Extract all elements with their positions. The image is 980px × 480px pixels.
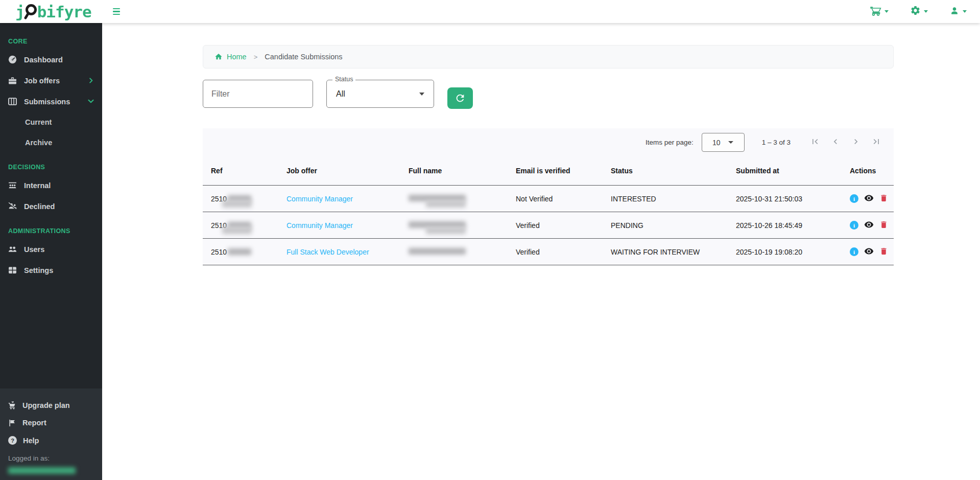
cart-menu[interactable] <box>870 5 889 18</box>
info-button[interactable]: i <box>850 221 858 230</box>
sidebar-footer: Upgrade plan Report ? Help Logged in as: <box>0 388 102 480</box>
email-verified-value: Verified <box>516 248 611 256</box>
help-button[interactable]: ? Help <box>8 431 94 449</box>
cart-plus-icon <box>8 401 16 409</box>
users-slash-icon <box>8 202 17 211</box>
actions-cell: i <box>850 220 888 231</box>
sidebar-item-label: Dashboard <box>24 56 63 64</box>
status-select-label: Status <box>332 76 355 83</box>
table-cells-icon <box>8 266 17 275</box>
people-line-icon <box>8 181 17 190</box>
full-name-cell <box>409 221 516 230</box>
delete-button[interactable] <box>879 247 888 257</box>
full-name-redacted <box>409 248 466 255</box>
breadcrumb-home-link[interactable]: Home <box>214 53 247 61</box>
upgrade-plan-button[interactable]: Upgrade plan <box>8 397 94 414</box>
settings-caret-icon <box>924 10 928 13</box>
breadcrumb: Home > Candidate Submissions <box>203 45 894 68</box>
section-title-administrations: ADMINISTRATIONS <box>0 223 102 239</box>
job-offer-link[interactable]: Full Stack Web Developer <box>286 248 409 256</box>
ref-secondary-redacted <box>222 200 252 208</box>
full-name-secondary-redacted <box>426 200 466 208</box>
delete-button[interactable] <box>879 220 888 231</box>
columns-icon <box>8 97 17 106</box>
dashboard-icon <box>8 55 17 64</box>
column-header-ref: Ref <box>211 167 286 175</box>
breadcrumb-home-label: Home <box>227 53 247 61</box>
ref-cell: 2510 <box>211 195 286 203</box>
view-button[interactable] <box>864 193 874 204</box>
page-size-select[interactable]: 10 <box>702 133 745 152</box>
full-name-cell <box>409 248 516 256</box>
previous-page-button[interactable] <box>830 136 841 148</box>
column-header-full-name: Full name <box>409 167 516 175</box>
sidebar-item-archive[interactable]: Archive <box>0 132 102 153</box>
eye-icon <box>864 193 874 203</box>
report-button[interactable]: Report <box>8 414 94 431</box>
logged-in-as-label: Logged in as: <box>8 454 94 462</box>
actions-cell: i <box>850 246 888 258</box>
sidebar-item-settings[interactable]: Settings <box>0 260 102 281</box>
status-select-value: All <box>336 89 345 99</box>
cart-caret-icon <box>885 10 889 13</box>
breadcrumb-current-page: Candidate Submissions <box>265 53 342 61</box>
footer-item-label: Help <box>23 437 39 445</box>
refresh-button[interactable] <box>447 87 473 109</box>
settings-menu[interactable] <box>910 5 928 18</box>
submissions-table-card: Items per page: 10 1 – 3 of 3 Ref Job of… <box>203 128 894 265</box>
sidebar-item-current[interactable]: Current <box>0 112 102 132</box>
account-menu[interactable] <box>949 6 967 18</box>
last-page-button[interactable] <box>871 136 881 148</box>
briefcase-icon <box>8 76 17 85</box>
sidebar-item-users[interactable]: Users <box>0 239 102 260</box>
info-button[interactable]: i <box>850 247 858 256</box>
section-title-decisions: DECISIONS <box>0 159 102 175</box>
job-offer-link[interactable]: Community Manager <box>286 195 409 203</box>
view-button[interactable] <box>864 246 874 258</box>
table-row: 2510 Community Manager Not Verified INTE… <box>203 186 894 212</box>
magnifier-logo-icon <box>24 4 38 22</box>
refresh-icon <box>455 93 466 104</box>
first-page-button[interactable] <box>810 136 820 148</box>
chevron-down-icon <box>88 98 94 106</box>
status-value: WAITING FOR INTERVIEW <box>611 248 736 256</box>
filter-input[interactable] <box>203 80 313 108</box>
app-header: jbifyre <box>0 0 980 23</box>
sidebar-item-label: Settings <box>24 266 53 275</box>
status-value: INTERESTED <box>611 195 736 203</box>
filter-toolbar: Status All <box>203 80 894 109</box>
next-page-button[interactable] <box>851 136 861 148</box>
hamburger-menu-icon[interactable] <box>113 8 120 15</box>
account-caret-icon <box>963 10 967 13</box>
sidebar-item-dashboard[interactable]: Dashboard <box>0 49 102 70</box>
status-select[interactable]: Status All <box>326 80 434 108</box>
page-size-value: 10 <box>712 139 721 147</box>
users-icon <box>8 245 17 254</box>
table-header-row: Ref Job offer Full name Email is verifie… <box>203 156 894 186</box>
trash-icon <box>879 247 888 256</box>
job-offer-link[interactable]: Community Manager <box>286 221 409 230</box>
table-row: 2510 Full Stack Web Developer Verified W… <box>203 239 894 265</box>
sidebar-item-label: Internal <box>24 181 51 190</box>
info-button[interactable]: i <box>850 194 858 203</box>
main-content: Home > Candidate Submissions Status All … <box>102 0 980 265</box>
app-logo[interactable]: jbifyre <box>15 4 91 20</box>
eye-icon <box>864 246 874 256</box>
sidebar-item-submissions[interactable]: Submissions <box>0 91 102 112</box>
sidebar-item-job-offers[interactable]: Job offers <box>0 70 102 91</box>
delete-button[interactable] <box>879 194 888 204</box>
sidebar-item-label: Declined <box>24 202 55 211</box>
chevron-right-icon <box>88 77 94 85</box>
paginator-range-label: 1 – 3 of 3 <box>762 139 791 146</box>
sidebar-item-internal[interactable]: Internal <box>0 175 102 196</box>
section-title-core: CORE <box>0 33 102 49</box>
flag-icon <box>8 419 16 427</box>
ref-secondary-redacted <box>222 226 252 234</box>
view-button[interactable] <box>864 220 874 231</box>
footer-item-label: Upgrade plan <box>22 401 70 409</box>
sidebar-item-declined[interactable]: Declined <box>0 196 102 217</box>
ref-prefix: 2510 <box>211 248 227 256</box>
full-name-cell <box>409 195 516 203</box>
sidebar-item-label: Submissions <box>24 98 70 106</box>
gear-icon <box>910 5 921 18</box>
